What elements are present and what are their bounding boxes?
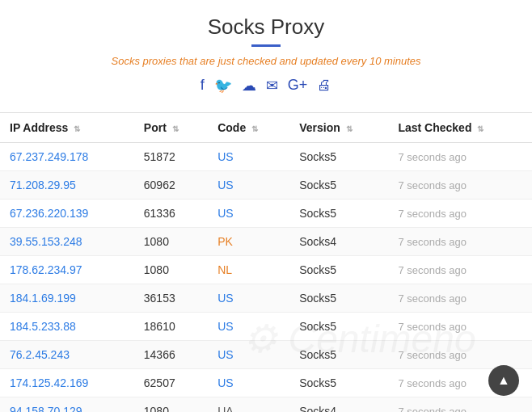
cell-port: 36153 [134, 284, 208, 313]
table-row: 71.208.29.9560962USSocks57 seconds ago [0, 171, 532, 200]
col-port[interactable]: Port ⇅ [134, 113, 208, 143]
sort-icon-code: ⇅ [251, 124, 258, 133]
cell-last-checked: 7 seconds ago [388, 228, 532, 256]
social-icons-bar: f🐦☁✉G+🖨 [8, 77, 524, 95]
page-title: Socks Proxy [8, 15, 524, 40]
ip-link[interactable]: 178.62.234.97 [10, 263, 82, 276]
cell-port: 61336 [134, 200, 208, 228]
cell-ip: 94.158.70.129 [0, 397, 134, 413]
col-ip[interactable]: IP Address ⇅ [0, 113, 134, 143]
ip-link[interactable]: 67.236.220.139 [10, 207, 88, 220]
cell-last-checked: 7 seconds ago [388, 341, 532, 369]
subtitle-highlight: just checked and updated every 10 minute… [218, 55, 421, 67]
cell-code: UA [208, 397, 289, 413]
cell-ip: 71.208.29.95 [0, 171, 134, 200]
table-row: 67.237.249.17851872USSocks57 seconds ago [0, 143, 532, 171]
cell-version: Socks5 [289, 171, 388, 200]
cell-version: Socks4 [289, 228, 388, 256]
cell-version: Socks5 [289, 200, 388, 228]
cell-port: 14366 [134, 341, 208, 369]
cell-ip: 184.1.69.199 [0, 284, 134, 313]
cell-last-checked: 7 seconds ago [388, 284, 532, 313]
cell-version: Socks5 [289, 284, 388, 313]
cell-code: US [208, 313, 289, 341]
cell-code: US [208, 143, 289, 171]
sort-icon-version: ⇅ [346, 124, 353, 133]
cell-ip: 67.236.220.139 [0, 200, 134, 228]
col-code[interactable]: Code ⇅ [208, 113, 289, 143]
cell-ip: 76.2.45.243 [0, 341, 134, 369]
table-header: IP Address ⇅ Port ⇅ Code ⇅ Version ⇅ Las… [0, 113, 532, 143]
subtitle-prefix: Socks proxies that are [111, 55, 217, 67]
cell-code: PK [208, 228, 289, 256]
col-last-checked[interactable]: Last Checked ⇅ [388, 113, 532, 143]
cell-port: 51872 [134, 143, 208, 171]
facebook-icon[interactable]: f [201, 77, 205, 95]
cell-ip: 184.5.233.88 [0, 313, 134, 341]
cell-code: US [208, 284, 289, 313]
subtitle: Socks proxies that are just checked and … [8, 55, 524, 67]
twitter-icon[interactable]: 🐦 [214, 77, 232, 95]
cell-code: US [208, 200, 289, 228]
cell-ip: 39.55.153.248 [0, 228, 134, 256]
cell-port: 1080 [134, 228, 208, 256]
print-icon[interactable]: 🖨 [317, 77, 331, 95]
page-header: Socks Proxy Socks proxies that are just … [0, 0, 532, 112]
ip-link[interactable]: 184.1.69.199 [10, 292, 76, 305]
ip-link[interactable]: 67.237.249.178 [10, 150, 88, 163]
table-row: 184.5.233.8818610USSocks57 seconds ago [0, 313, 532, 341]
skype-icon[interactable]: ☁ [242, 77, 256, 95]
table-row: 184.1.69.19936153USSocks57 seconds ago [0, 284, 532, 313]
cell-ip: 178.62.234.97 [0, 256, 134, 284]
ip-link[interactable]: 184.5.233.88 [10, 320, 76, 333]
sort-icon-last-checked: ⇅ [477, 124, 483, 133]
table-row: 94.158.70.1291080UASocks47 seconds ago [0, 397, 532, 413]
cell-version: Socks5 [289, 313, 388, 341]
cell-last-checked: 7 seconds ago [388, 143, 532, 171]
cell-version: Socks5 [289, 341, 388, 369]
ip-link[interactable]: 94.158.70.129 [10, 405, 82, 412]
table-row: 178.62.234.971080NLSocks57 seconds ago [0, 256, 532, 284]
cell-code: NL [208, 256, 289, 284]
title-underline [251, 44, 281, 47]
cell-version: Socks5 [289, 256, 388, 284]
cell-last-checked: 7 seconds ago [388, 313, 532, 341]
ip-link[interactable]: 174.125.42.169 [10, 376, 88, 389]
table-row: 76.2.45.24314366USSocks57 seconds ago [0, 341, 532, 369]
cell-version: Socks4 [289, 397, 388, 413]
col-version[interactable]: Version ⇅ [289, 113, 388, 143]
cell-port: 60962 [134, 171, 208, 200]
cell-last-checked: 7 seconds ago [388, 256, 532, 284]
ip-link[interactable]: 39.55.153.248 [10, 235, 82, 248]
cell-last-checked: 7 seconds ago [388, 200, 532, 228]
proxy-table: IP Address ⇅ Port ⇅ Code ⇅ Version ⇅ Las… [0, 112, 532, 412]
cell-version: Socks5 [289, 143, 388, 171]
cell-last-checked: 7 seconds ago [388, 171, 532, 200]
table-body: 67.237.249.17851872USSocks57 seconds ago… [0, 143, 532, 413]
cell-code: US [208, 369, 289, 397]
cell-ip: 67.237.249.178 [0, 143, 134, 171]
google-plus-icon[interactable]: G+ [288, 77, 308, 95]
cell-last-checked: 7 seconds ago [388, 397, 532, 413]
table-row: 39.55.153.2481080PKSocks47 seconds ago [0, 228, 532, 256]
sort-icon-port: ⇅ [172, 124, 179, 133]
sort-icon-ip: ⇅ [74, 124, 80, 133]
email-icon[interactable]: ✉ [266, 77, 278, 95]
table-row: 67.236.220.13961336USSocks57 seconds ago [0, 200, 532, 228]
table-header-row: IP Address ⇅ Port ⇅ Code ⇅ Version ⇅ Las… [0, 113, 532, 143]
scroll-to-top-button[interactable]: ▲ [488, 365, 519, 396]
cell-port: 1080 [134, 397, 208, 413]
cell-port: 1080 [134, 256, 208, 284]
cell-port: 62507 [134, 369, 208, 397]
ip-link[interactable]: 76.2.45.243 [10, 348, 70, 361]
cell-code: US [208, 341, 289, 369]
ip-link[interactable]: 71.208.29.95 [10, 179, 76, 191]
cell-code: US [208, 171, 289, 200]
cell-ip: 174.125.42.169 [0, 369, 134, 397]
cell-port: 18610 [134, 313, 208, 341]
table-row: 174.125.42.16962507USSocks57 seconds ago [0, 369, 532, 397]
cell-version: Socks5 [289, 369, 388, 397]
